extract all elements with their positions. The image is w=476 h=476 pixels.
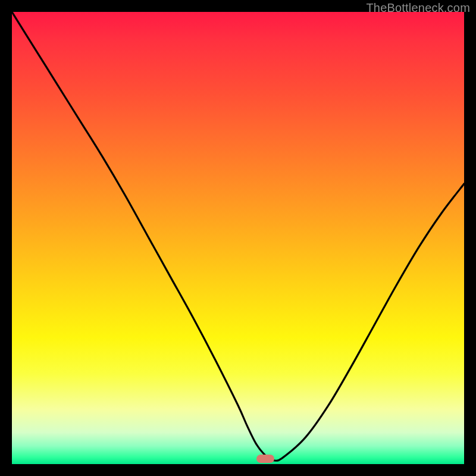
plot-area <box>12 12 464 464</box>
bottleneck-curve <box>12 12 464 464</box>
optimal-point-marker <box>256 455 274 463</box>
watermark-text: TheBottleneck.com <box>366 1 470 15</box>
chart-frame: TheBottleneck.com <box>0 0 476 476</box>
bottleneck-curve-path <box>12 12 464 461</box>
